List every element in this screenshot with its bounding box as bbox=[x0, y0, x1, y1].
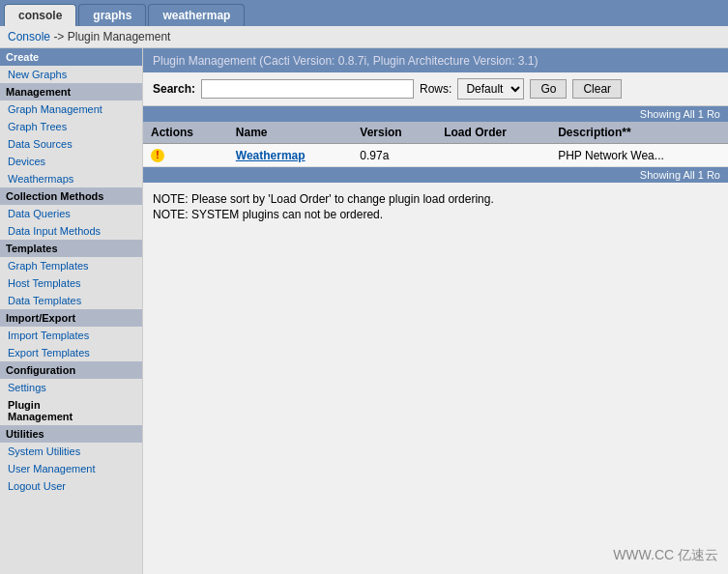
search-bar: Search: Rows: Default Go Clear bbox=[143, 72, 728, 106]
sidebar-item-export-templates[interactable]: Export Templates bbox=[0, 344, 142, 361]
sidebar-item-new-graphs[interactable]: New Graphs bbox=[0, 66, 142, 83]
sidebar-item-weathermaps[interactable]: Weathermaps bbox=[0, 170, 142, 187]
table-row: ! Weathermap 0.97a PHP Network Wea... bbox=[143, 144, 728, 167]
sidebar-header-templates: Templates bbox=[0, 240, 142, 257]
tab-graphs[interactable]: graphs bbox=[78, 4, 146, 26]
page-title: Plugin Management (Cacti Version: 0.8.7i… bbox=[143, 48, 728, 72]
sidebar-header-management: Management bbox=[0, 83, 142, 100]
sidebar-item-plugin-management[interactable]: PluginManagement bbox=[0, 396, 142, 425]
sidebar-item-import-templates[interactable]: Import Templates bbox=[0, 327, 142, 344]
main-layout: Create New Graphs Management Graph Manag… bbox=[0, 48, 728, 574]
row-load-order bbox=[436, 144, 550, 167]
watermark: WWW.CC 亿速云 bbox=[613, 547, 718, 564]
sidebar-item-graph-templates[interactable]: Graph Templates bbox=[0, 257, 142, 274]
sidebar-item-data-queries[interactable]: Data Queries bbox=[0, 205, 142, 222]
sidebar-item-graph-management[interactable]: Graph Management bbox=[0, 100, 142, 118]
col-load-order: Load Order bbox=[436, 122, 550, 144]
plugin-link-weathermap[interactable]: Weathermap bbox=[236, 149, 306, 162]
row-version: 0.97a bbox=[352, 144, 436, 167]
clear-button[interactable]: Clear bbox=[572, 79, 622, 99]
sidebar-item-system-utilities[interactable]: System Utilities bbox=[0, 443, 142, 460]
sidebar-header-import-export: Import/Export bbox=[0, 309, 142, 327]
sidebar-item-data-input-methods[interactable]: Data Input Methods bbox=[0, 222, 142, 240]
row-description: PHP Network Wea... bbox=[550, 144, 728, 167]
showing-bottom-row: Showing All 1 Ro bbox=[143, 167, 728, 184]
note-2: NOTE: SYSTEM plugins can not be ordered. bbox=[153, 208, 718, 221]
tab-bar: console graphs weathermap bbox=[0, 0, 728, 26]
row-actions: ! bbox=[143, 144, 228, 167]
note-1: NOTE: Please sort by 'Load Order' to cha… bbox=[153, 192, 718, 206]
search-input[interactable] bbox=[201, 79, 414, 99]
row-name: Weathermap bbox=[228, 144, 352, 167]
col-name: Name bbox=[228, 122, 352, 144]
sidebar-item-data-sources[interactable]: Data Sources bbox=[0, 135, 142, 153]
sidebar-header-configuration: Configuration bbox=[0, 361, 142, 379]
breadcrumb: Console -> Plugin Management bbox=[0, 26, 728, 48]
sidebar-item-data-templates[interactable]: Data Templates bbox=[0, 292, 142, 309]
sidebar-item-graph-trees[interactable]: Graph Trees bbox=[0, 118, 142, 135]
table-container: Showing All 1 Ro Actions Name Version Lo… bbox=[143, 106, 728, 183]
col-actions: Actions bbox=[143, 122, 228, 144]
breadcrumb-current: Plugin Management bbox=[68, 30, 171, 43]
page-subtitle: (Cacti Version: 0.8.7i, Plugin Architect… bbox=[259, 54, 538, 68]
rows-select[interactable]: Default bbox=[457, 78, 524, 100]
sidebar-header-create: Create bbox=[0, 48, 142, 66]
sidebar-item-logout-user[interactable]: Logout User bbox=[0, 477, 142, 495]
sidebar-header-collection-methods: Collection Methods bbox=[0, 187, 142, 205]
rows-label: Rows: bbox=[420, 82, 451, 96]
breadcrumb-link-console[interactable]: Console bbox=[8, 30, 50, 43]
content-area: Plugin Management (Cacti Version: 0.8.7i… bbox=[143, 48, 728, 574]
warning-icon[interactable]: ! bbox=[151, 149, 164, 162]
notes-area: NOTE: Please sort by 'Load Order' to cha… bbox=[143, 183, 728, 231]
plugins-table: Actions Name Version Load Order Descript… bbox=[143, 122, 728, 183]
sidebar-item-user-management[interactable]: User Management bbox=[0, 460, 142, 477]
showing-top: Showing All 1 Ro bbox=[143, 106, 728, 122]
sidebar-item-host-templates[interactable]: Host Templates bbox=[0, 274, 142, 292]
col-description: Description** bbox=[550, 122, 728, 144]
col-version: Version bbox=[352, 122, 436, 144]
search-label: Search: bbox=[153, 82, 195, 96]
go-button[interactable]: Go bbox=[530, 79, 567, 99]
tab-weathermap[interactable]: weathermap bbox=[148, 4, 245, 26]
sidebar-item-settings[interactable]: Settings bbox=[0, 379, 142, 396]
sidebar-header-utilities: Utilities bbox=[0, 425, 142, 443]
sidebar-item-devices[interactable]: Devices bbox=[0, 153, 142, 170]
tab-console[interactable]: console bbox=[4, 4, 76, 26]
sidebar: Create New Graphs Management Graph Manag… bbox=[0, 48, 143, 574]
showing-bottom: Showing All 1 Ro bbox=[143, 167, 728, 183]
